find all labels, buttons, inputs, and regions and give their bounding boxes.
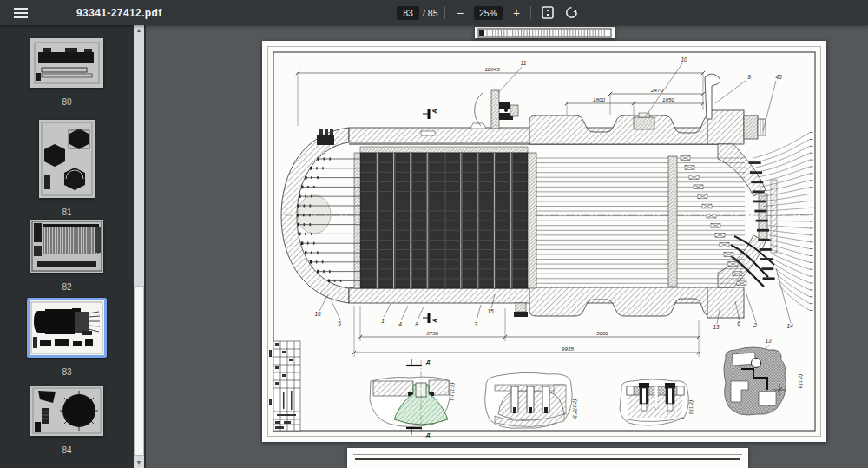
leader-3: 3	[474, 321, 477, 327]
section-a-top: А	[431, 109, 437, 114]
fit-to-page-button[interactable]	[537, 0, 558, 25]
page-82-partial	[475, 27, 615, 38]
toolbar-separator	[530, 6, 531, 19]
scrollbar-down-arrow[interactable]: ▼	[134, 458, 144, 468]
next-page-frame-inner	[355, 458, 740, 460]
thumbnail-page-84[interactable]	[30, 386, 103, 436]
hamburger-icon	[14, 8, 28, 18]
thumbnail-block-83: 83	[0, 298, 134, 377]
rotate-ccw-icon	[565, 6, 578, 19]
leader-13b: 13	[765, 338, 772, 344]
zoom-in-button[interactable]: +	[507, 0, 526, 25]
menu-button[interactable]	[9, 0, 33, 25]
dim-5000: 5000	[596, 330, 608, 336]
zoom-out-button[interactable]: −	[450, 0, 470, 25]
dim-2470: 2470	[650, 87, 663, 93]
leader-13: 13	[713, 324, 720, 330]
detail-label-green: Г-Г(1:2)	[450, 383, 455, 401]
section-a-bottom: А	[431, 318, 437, 323]
leader-14: 14	[786, 323, 793, 329]
scrollbar-up-arrow[interactable]: ▲	[134, 25, 144, 36]
leader-45: 45	[775, 74, 782, 80]
page-total-label: / 85	[423, 0, 438, 25]
leader-9: 9	[747, 74, 751, 80]
thumbnail-sidebar: 80 81	[0, 25, 146, 468]
thumbnail-image-81	[39, 120, 95, 198]
next-page-frame-outer	[353, 454, 742, 455]
dim-1850: 1850	[662, 96, 674, 102]
thumbnail-label-82: 82	[0, 282, 134, 292]
dim-9935: 9935	[562, 346, 574, 352]
thumbnail-label-84: 84	[0, 445, 134, 455]
section-d-top: Д	[425, 359, 431, 365]
thumbnail-page-83-selected[interactable]	[27, 298, 107, 358]
thumbnail-image-80	[30, 38, 103, 88]
thumbnail-block-84: 84	[0, 386, 134, 455]
leader-4: 4	[398, 321, 402, 327]
leader-16: 16	[314, 311, 321, 317]
thumbnail-block-81: 81	[0, 120, 134, 217]
toolbar-separator	[444, 6, 445, 19]
detail-view-green: Г-Г(1:2)	[370, 360, 455, 433]
rotate-button[interactable]	[561, 0, 582, 25]
tube-bundle	[354, 147, 677, 288]
document-title: 93341-27412.pdf	[76, 0, 162, 25]
scrollbar-thumb[interactable]	[134, 286, 144, 456]
thumbnail-label-81: 81	[0, 208, 134, 217]
right-flange-assembly	[707, 110, 777, 318]
zoom-level-value[interactable]: 25%	[474, 6, 503, 20]
thumbnail-label-83: 83	[0, 367, 134, 377]
bottom-fittings	[514, 303, 528, 317]
detail-view-seal: Е(1:2)	[724, 347, 803, 415]
detail-view-studs: Д-Д(1:2)	[485, 372, 577, 428]
title-block	[273, 341, 300, 431]
sidebar-scrollbar[interactable]: ▲ ▼	[134, 25, 144, 468]
thumbnail-block-80: 80	[0, 38, 134, 107]
thumbnail-label-80: 80	[0, 97, 134, 107]
page-84-partial	[347, 448, 748, 468]
dim-1800: 1800	[593, 96, 605, 102]
leader-10: 10	[681, 56, 687, 63]
thumbnail-page-80[interactable]	[30, 38, 103, 88]
page-number-input[interactable]	[397, 6, 419, 20]
detail-label-studs: Д-Д(1:2)	[572, 399, 577, 420]
thumbnail-image-82	[30, 220, 103, 273]
leader-1: 1	[381, 318, 385, 324]
detail-label-seal: Е(1:2)	[798, 374, 803, 388]
pdf-toolbar: 93341-27412.pdf / 85 − 25% +	[0, 0, 868, 25]
leader-5: 5	[338, 320, 341, 326]
leader-6: 6	[737, 320, 740, 326]
leader-8: 8	[415, 321, 418, 327]
document-viewport[interactable]: 10845 2470 1800 1850 3730 5000 9935	[146, 25, 868, 468]
leader-2: 2	[753, 322, 757, 328]
page-82-table-edge	[475, 28, 615, 39]
thumbnail-page-81[interactable]	[39, 120, 95, 198]
thumbnail-page-82[interactable]	[30, 220, 103, 273]
thumbnail-block-82: 82	[0, 220, 134, 292]
leader-11: 11	[521, 60, 527, 66]
dim-overall-top: 10845	[484, 66, 500, 72]
detail-view-bolts: В(1:2)	[620, 379, 694, 425]
page-83-current: 10845 2470 1800 1850 3730 5000 9935	[262, 41, 826, 442]
pdf-viewer-window: 93341-27412.pdf / 85 − 25% +	[0, 0, 868, 468]
detail-label-bolts: В(1:2)	[688, 400, 694, 414]
thumbnail-image-83	[30, 300, 104, 355]
dim-3730: 3730	[426, 330, 438, 336]
leader-15: 15	[487, 308, 494, 314]
section-d-bottom: Д	[425, 432, 431, 438]
fit-to-page-icon	[542, 6, 554, 19]
technical-drawing: 10845 2470 1800 1850 3730 5000 9935	[262, 41, 826, 442]
thumbnail-image-84	[30, 386, 103, 436]
